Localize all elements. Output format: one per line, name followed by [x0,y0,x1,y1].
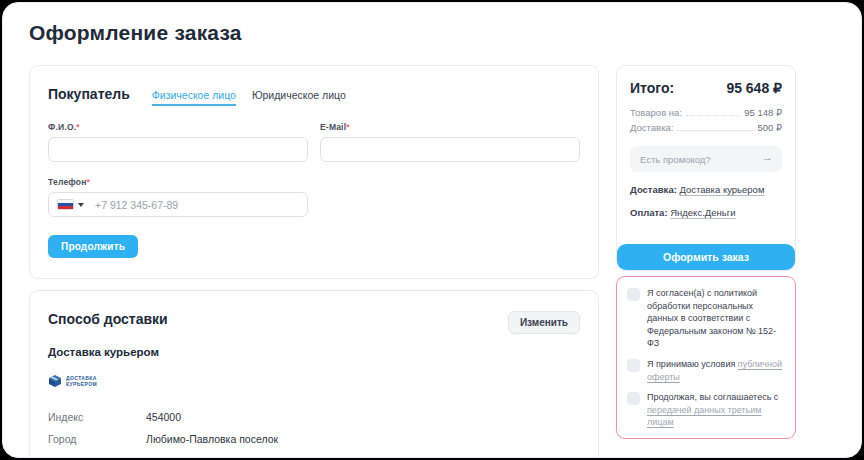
third-party-link[interactable]: передачей данных третьим лицам [647,405,762,428]
delivery-card: Способ доставки Изменить Доставка курьер… [29,290,599,458]
required-mark: * [76,122,80,132]
country-code-selector[interactable] [57,199,84,210]
russia-flag-icon [57,199,74,210]
phone-field-group: Телефон* [48,177,308,217]
promo-code-input[interactable] [630,146,782,172]
buyer-card-title: Покупатель [48,86,130,102]
total-label: Итого: [630,80,674,96]
info-row-index: Индекс 454000 [48,410,580,425]
phone-label: Телефон* [48,177,308,187]
delivery-card-title: Способ доставки [48,311,168,327]
order-summary-column: Итого: 95 648 ₽ Товаров на:95 148 ₽ Дост… [616,65,796,439]
summary-line-delivery: Доставка:500 ₽ [630,122,782,133]
page-title: Оформление заказа [29,21,835,45]
public-offer-checkbox[interactable] [627,359,640,372]
place-order-button[interactable]: Оформить заказ [617,244,795,270]
agreement-public-offer: Я принимаю условия публичной оферты [627,358,785,383]
parcel-box-icon [48,374,62,388]
delivery-method-link[interactable]: Доставка курьером [679,184,764,195]
fio-label: Ф.И.О.* [48,122,308,132]
required-mark: * [87,177,91,187]
fio-input[interactable] [48,137,308,162]
courier-delivery-logo: ДОСТАВКА КУРЬЕРОМ [48,374,580,388]
agreement-personal-data: Я согласен(а) с политикой обработки перс… [627,287,785,350]
tab-legal-entity[interactable]: Юридическое лицо [252,89,346,106]
phone-input[interactable] [48,192,308,217]
checkout-page: Оформление заказа Покупатель Физическое … [3,3,861,458]
summary-line-goods: Товаров на:95 148 ₽ [630,107,782,118]
apply-promo-arrow-icon[interactable]: → [762,151,773,163]
buyer-type-tabs: Физическое лицо Юридическое лицо [152,89,346,106]
courier-logo-text: ДОСТАВКА КУРЬЕРОМ [66,375,97,388]
change-delivery-button[interactable]: Изменить [508,311,580,334]
info-row-delivery-cost: Стоимость доставки 500 ₽ [48,454,580,458]
buyer-card: Покупатель Физическое лицо Юридическое л… [29,65,599,279]
delivery-method-name: Доставка курьером [48,346,580,358]
agreement-third-party: Продолжая, вы соглашаетесь с передачей д… [627,391,785,429]
payment-method-link[interactable]: Яндекс.Деньги [670,207,735,218]
required-mark: * [346,122,350,132]
order-summary-card: Итого: 95 648 ₽ Товаров на:95 148 ₽ Дост… [616,65,796,271]
fio-field-group: Ф.И.О.* [48,122,308,162]
tab-individual[interactable]: Физическое лицо [152,89,236,106]
email-field-group: E-Mail* [320,122,580,162]
summary-delivery-method: Доставка: Доставка курьером [630,184,782,195]
promo-code-group: → [630,146,782,172]
email-input[interactable] [320,137,580,162]
app-window: Оформление заказа Покупатель Физическое … [2,2,862,458]
summary-lines: Товаров на:95 148 ₽ Доставка:500 ₽ [630,107,782,133]
delivery-info-rows: Индекс 454000 Город Любимо-Павловка посе… [48,410,580,458]
summary-payment-method: Оплата: Яндекс.Деньги [630,207,782,218]
personal-data-checkbox[interactable] [627,288,640,301]
continue-button[interactable]: Продолжить [48,235,138,258]
chevron-down-icon [78,203,84,207]
agreements-box: Я согласен(а) с политикой обработки перс… [616,276,796,439]
main-column: Покупатель Физическое лицо Юридическое л… [29,65,599,458]
third-party-checkbox[interactable] [627,392,640,405]
email-label: E-Mail* [320,122,580,132]
total-value: 95 648 ₽ [726,80,782,96]
info-row-city: Город Любимо-Павловка поселок [48,432,580,447]
